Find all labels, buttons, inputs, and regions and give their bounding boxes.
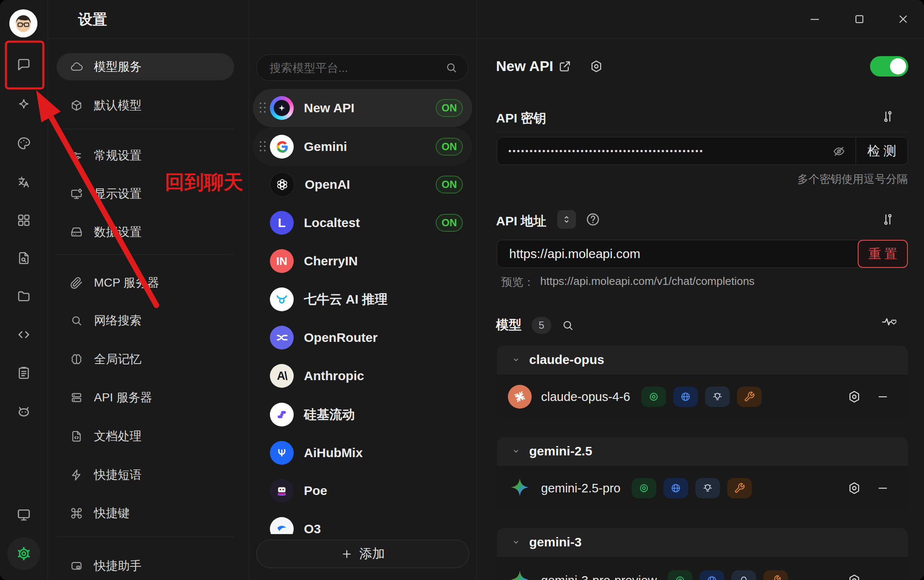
provider-row-o3[interactable]: O3 [253,510,472,534]
model-settings-icon[interactable] [847,574,861,580]
chevrons-up-down-icon [561,214,572,225]
nav-item-model-services[interactable]: 模型服务 [57,53,234,80]
provider-row-gemini[interactable]: Gemini ON [253,128,472,166]
folder-icon [17,289,31,304]
sidebar-apps-button[interactable] [17,213,31,227]
api-url-manage-button[interactable] [881,213,895,226]
provider-name: AiHubMix [304,446,363,460]
sidebar-paint-button[interactable] [17,136,31,151]
model-group-header[interactable]: gemini-2.5 [497,437,908,466]
provider-enabled-toggle[interactable] [870,56,908,77]
api-key-label: API 密钥 [496,110,546,127]
hexagon-settings-icon [590,60,603,73]
drag-handle-icon[interactable] [260,102,266,114]
sparkle-icon [17,98,31,112]
model-row[interactable]: claude-opus-4-6 [497,374,908,419]
model-name: gemini-2.5-pro [541,481,621,495]
toggle-key-visibility-button[interactable] [833,145,845,158]
sidebar-code-button[interactable] [16,327,31,342]
o3-swoosh-icon [275,522,289,534]
remove-model-icon[interactable] [876,574,889,580]
provider-settings-button[interactable] [590,60,603,73]
model-row[interactable]: gemini-2.5-pro [497,466,908,510]
provider-search[interactable] [256,54,468,81]
provider-row-new-api[interactable]: New API ON [253,89,472,127]
nav-item-global-memory[interactable]: 全局记忆 [57,346,234,373]
nav-item-shortcuts[interactable]: 快捷键 [57,500,234,527]
provider-logo-o3 [270,517,294,534]
api-url-field[interactable]: 重置 [497,240,908,268]
nav-item-default-models[interactable]: 默认模型 [57,92,234,119]
claude-logo [508,385,532,409]
drag-handle-icon[interactable] [260,141,266,152]
sidebar-agent-button[interactable] [16,404,31,419]
avatar[interactable] [9,9,37,37]
nav-item-quick-assistant[interactable]: 快捷助手 [57,552,234,580]
sidebar-settings-button[interactable] [16,546,32,562]
provider-name: OpenAI [305,177,350,192]
wrench-icon [744,391,755,402]
nav-item-document-processing[interactable]: 文档处理 [57,423,234,450]
nav-item-label: 文档处理 [94,428,142,444]
sidebar-knowledge-button[interactable] [17,251,31,265]
server-icon [70,391,83,404]
provider-row-poe[interactable]: Poe [253,472,472,510]
siliconflow-icon [275,407,289,422]
sidebar-notes-button[interactable] [17,366,31,380]
google-g-icon [275,139,289,154]
nav-item-api-server[interactable]: API 服务器 [57,384,234,411]
sidebar-files-button[interactable] [17,289,31,304]
provider-row-openai[interactable]: OpenAI ON [253,165,472,204]
preview-url: https://api.moleapi.com/v1/chat/completi… [540,275,754,290]
nav-item-label: 快捷键 [94,505,130,521]
model-group-header[interactable]: claude-opus [497,346,908,374]
provider-logo-gemini [270,135,294,159]
provider-row-anthropic[interactable]: A\ Anthropic [253,357,472,395]
api-url-input[interactable] [508,246,833,262]
nav-item-quick-phrases[interactable]: 快捷短语 [57,461,234,489]
remove-model-icon[interactable] [876,482,889,495]
nav-item-general-settings[interactable]: 常规设置 [57,142,234,169]
model-settings-icon[interactable] [847,481,861,495]
sidebar-display-button[interactable] [16,507,31,522]
provider-row-cherryin[interactable]: IN CherryIN [253,242,472,280]
model-group-title: claude-opus [529,353,604,367]
model-settings-icon[interactable] [847,390,861,404]
vision-badge [668,570,692,580]
preview-label: 预览： [501,275,534,290]
nav-item-data-settings[interactable]: 数据设置 [57,219,234,246]
provider-row-localtest[interactable]: L Localtest ON [253,204,472,242]
api-key-manage-button[interactable] [881,110,895,123]
provider-search-input[interactable] [269,55,440,81]
sidebar-agents-button[interactable] [17,98,31,112]
provider-row-openrouter[interactable]: OpenRouter [253,318,472,357]
provider-row-qiniu[interactable]: 七牛云 AI 推理 [253,280,472,318]
health-check-button[interactable] [881,315,896,330]
provider-row-siliconflow[interactable]: 硅基流动 [253,395,472,434]
sidebar-chat-button[interactable] [16,57,31,72]
reset-api-url-button[interactable]: 重置 [858,240,908,268]
nav-item-web-search[interactable]: 网络搜索 [57,307,234,334]
api-url-help-button[interactable] [585,212,601,227]
nav-item-mcp-servers[interactable]: MCP 服务器 [57,269,234,296]
brain-icon [70,353,83,366]
model-search-icon[interactable] [561,319,574,332]
openai-icon [275,178,289,191]
starburst-icon [513,390,526,403]
api-key-field[interactable]: ••••••••••••••••••••••••••••••••••••••••… [497,137,908,165]
external-link-button[interactable] [558,60,572,73]
provider-row-aihubmix[interactable]: AiHubMix [253,434,472,472]
sidebar-translate-button[interactable] [17,175,31,189]
add-provider-button[interactable]: 添加 [256,540,469,568]
remove-model-icon[interactable] [876,390,889,403]
model-row[interactable]: gemini-3-pro-preview [497,557,908,580]
model-group-title: gemini-2.5 [529,444,592,458]
model-group-header[interactable]: gemini-3 [497,528,908,557]
api-url-format-toggle[interactable] [557,210,576,229]
icon-sidebar [0,0,48,580]
provider-name: Anthropic [304,369,364,383]
check-api-key-button[interactable]: 检测 [856,137,907,165]
lightbulb-icon [702,483,713,494]
web-badge [700,570,724,580]
provider-title: New API [496,58,553,74]
